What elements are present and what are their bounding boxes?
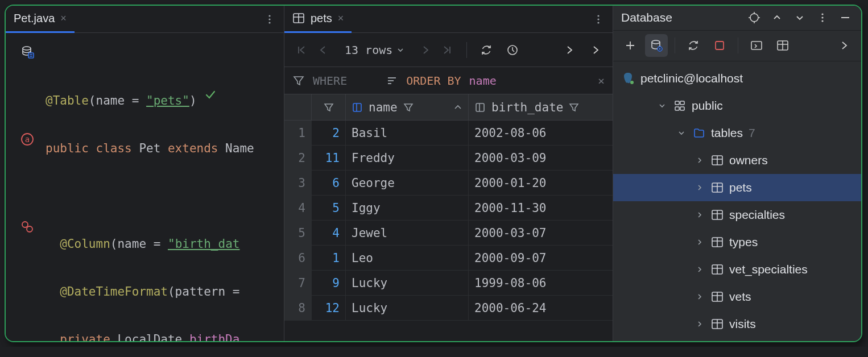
sort-icon[interactable] xyxy=(386,74,398,87)
column-icon xyxy=(352,102,363,113)
close-icon[interactable]: × xyxy=(338,13,344,24)
cell-name[interactable]: Jewel xyxy=(346,221,469,245)
tree-schema[interactable]: public xyxy=(613,92,861,119)
cell-id[interactable]: 6 xyxy=(312,171,346,195)
table-icon xyxy=(711,209,724,221)
svg-point-18 xyxy=(821,17,823,19)
svg-point-0 xyxy=(268,15,270,16)
tab-pets-table[interactable]: pets × xyxy=(284,6,352,33)
orderby-field[interactable]: name xyxy=(469,74,497,88)
cell-name[interactable]: Basil xyxy=(346,121,469,145)
filter-icon[interactable] xyxy=(403,102,414,113)
close-icon[interactable]: × xyxy=(60,13,67,24)
code-editor[interactable]: @Table(name = "pets") public class Pet e… xyxy=(46,33,284,341)
chevron-right-icon[interactable] xyxy=(833,34,855,57)
tree-tables-folder[interactable]: tables 7 xyxy=(613,119,861,147)
table-row[interactable]: 2 11 Freddy 2000-03-09 xyxy=(284,146,613,171)
kebab-menu-icon[interactable] xyxy=(260,12,279,27)
cell-id[interactable]: 9 xyxy=(312,271,346,295)
table-row[interactable]: 5 4 Jewel 2000-03-07 xyxy=(284,221,613,246)
cell-id[interactable]: 11 xyxy=(312,146,346,170)
table-header: name birth_date xyxy=(284,94,613,121)
filter-icon[interactable] xyxy=(569,102,579,113)
chain-gutter-icon[interactable] xyxy=(20,219,35,234)
tree-table-owners[interactable]: owners xyxy=(613,147,861,174)
datasource-properties-button[interactable] xyxy=(645,34,668,57)
query-filter-bar: WHERE ORDER BY name × xyxy=(284,67,613,94)
cell-birth-date[interactable]: 2000-01-20 xyxy=(469,171,613,195)
minimize-icon[interactable] xyxy=(837,10,853,26)
expand-icon[interactable] xyxy=(769,10,785,26)
id-column-header[interactable] xyxy=(312,94,346,120)
cell-birth-date[interactable]: 2000-09-07 xyxy=(469,246,613,270)
chevron-right-icon[interactable] xyxy=(559,40,580,60)
refresh-button[interactable] xyxy=(476,40,497,60)
tab-pet-java[interactable]: Pet.java × xyxy=(6,6,75,33)
close-icon[interactable]: × xyxy=(598,74,605,88)
table-row[interactable]: 8 12 Lucky 2000-06-24 xyxy=(284,296,613,321)
filter-icon[interactable] xyxy=(324,102,334,113)
svg-point-19 xyxy=(821,20,823,22)
at-gutter-icon[interactable]: a xyxy=(20,132,35,147)
collapse-icon[interactable] xyxy=(792,10,808,26)
rows-count-dropdown[interactable]: 13 rows xyxy=(339,43,410,57)
cell-name[interactable]: Freddy xyxy=(346,146,469,170)
prev-page-button[interactable] xyxy=(313,40,333,60)
rownum-header[interactable] xyxy=(284,94,312,120)
refresh-button[interactable] xyxy=(682,34,705,57)
table-row[interactable]: 1 2 Basil 2002-08-06 xyxy=(284,121,613,146)
next-page-button[interactable] xyxy=(415,40,436,60)
where-input[interactable]: WHERE xyxy=(313,74,347,88)
table-row[interactable]: 4 5 Iggy 2000-11-30 xyxy=(284,196,613,221)
add-datasource-button[interactable] xyxy=(619,34,642,57)
cell-birth-date[interactable]: 1999-08-06 xyxy=(469,271,613,295)
cell-id[interactable]: 5 xyxy=(312,196,346,220)
chevron-right-icon[interactable] xyxy=(585,40,606,60)
svg-point-1 xyxy=(268,18,270,20)
table-row[interactable]: 3 6 George 2000-01-20 xyxy=(284,171,613,196)
cell-name[interactable]: Lucky xyxy=(346,271,469,295)
stop-button[interactable] xyxy=(708,34,731,57)
data-view-panel: pets × 13 rows xyxy=(284,6,613,341)
svg-point-8 xyxy=(27,226,32,232)
last-page-button[interactable] xyxy=(437,40,457,60)
query-console-button[interactable] xyxy=(745,34,768,57)
tree-table-vets[interactable]: vets xyxy=(613,283,861,310)
tree-datasource[interactable]: petclinic@localhost xyxy=(613,65,861,92)
first-page-button[interactable] xyxy=(291,40,312,60)
cell-id[interactable]: 4 xyxy=(312,221,346,245)
cell-id[interactable]: 1 xyxy=(312,246,346,270)
cell-name[interactable]: Lucky xyxy=(346,296,469,320)
table-view-button[interactable] xyxy=(771,34,794,57)
history-button[interactable] xyxy=(502,40,523,60)
sort-asc-icon[interactable] xyxy=(453,103,462,112)
tree-table-vet_specialties[interactable]: vet_specialties xyxy=(613,256,861,283)
cell-name[interactable]: Leo xyxy=(346,246,469,270)
tree-table-pets[interactable]: pets xyxy=(613,174,861,201)
target-icon[interactable] xyxy=(746,10,762,26)
tree-table-specialties[interactable]: specialties xyxy=(613,201,861,229)
cell-birth-date[interactable]: 2000-03-07 xyxy=(469,221,613,245)
table-row[interactable]: 7 9 Lucky 1999-08-06 xyxy=(284,271,613,296)
filter-icon[interactable] xyxy=(292,74,305,87)
cell-birth-date[interactable]: 2000-03-09 xyxy=(469,146,613,170)
row-number: 6 xyxy=(284,246,312,270)
cell-birth-date[interactable]: 2000-11-30 xyxy=(469,196,613,220)
cell-birth-date[interactable]: 2002-08-06 xyxy=(469,121,613,145)
cell-id[interactable]: 2 xyxy=(312,121,346,145)
db-toolbar xyxy=(613,31,861,61)
kebab-menu-icon[interactable] xyxy=(815,10,830,26)
table-row[interactable]: 6 1 Leo 2000-09-07 xyxy=(284,246,613,271)
birthdate-column-header[interactable]: birth_date xyxy=(469,94,613,120)
name-column-header[interactable]: name xyxy=(346,94,469,120)
kebab-menu-icon[interactable] xyxy=(589,12,608,27)
cell-name[interactable]: George xyxy=(346,171,469,195)
cell-birth-date[interactable]: 2000-06-24 xyxy=(469,296,613,320)
tree-table-visits[interactable]: visits xyxy=(613,310,861,338)
cell-id[interactable]: 12 xyxy=(312,296,346,320)
tree-label: public xyxy=(692,99,723,113)
tree-table-types[interactable]: types xyxy=(613,229,861,256)
database-gutter-icon[interactable] xyxy=(20,44,35,59)
cell-name[interactable]: Iggy xyxy=(346,196,469,220)
tab-label: Pet.java xyxy=(14,12,55,25)
